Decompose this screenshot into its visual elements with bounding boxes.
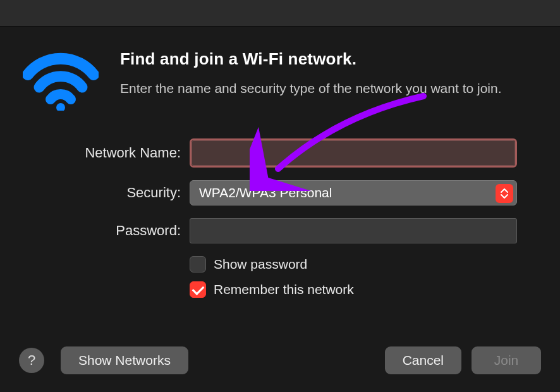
form: Network Name: Security: WPA2/WPA3 Person… [0,138,560,307]
password-label: Password: [0,223,190,239]
security-select[interactable]: WPA2/WPA3 Personal [190,180,517,205]
security-control: WPA2/WPA3 Personal [190,180,517,205]
heading: Find and join a Wi-Fi network. [120,49,522,69]
password-input[interactable] [190,218,517,243]
row-security: Security: WPA2/WPA3 Personal [0,180,560,205]
up-down-chevron-icon [496,184,513,203]
show-password-checkbox[interactable] [190,256,206,273]
show-networks-button[interactable]: Show Networks [61,346,188,374]
wifi-join-sheet: Find and join a Wi-Fi network. Enter the… [0,27,560,392]
cancel-button[interactable]: Cancel [385,346,461,374]
network-name-highlight [190,138,517,168]
network-name-label: Network Name: [0,145,190,161]
password-control [190,218,517,243]
remember-checkbox[interactable] [190,281,206,298]
options-control: Show password Remember this network [190,256,517,307]
svg-point-0 [56,103,65,111]
row-network-name: Network Name: [0,138,560,168]
row-options: Show password Remember this network [0,256,560,307]
remember-label: Remember this network [214,282,354,297]
show-password-row[interactable]: Show password [190,256,517,273]
icon-column [23,49,99,111]
row-password: Password: [0,218,560,243]
subtitle: Enter the name and security type of the … [120,79,522,98]
join-button[interactable]: Join [472,346,541,374]
text-column: Find and join a Wi-Fi network. Enter the… [120,49,522,111]
network-name-input[interactable] [192,140,515,166]
help-button[interactable]: ? [19,348,44,373]
remember-row[interactable]: Remember this network [190,281,517,298]
button-bar: ? Show Networks Cancel Join [0,346,560,374]
window-titlebar [0,0,560,27]
security-label: Security: [0,185,190,201]
show-password-label: Show password [214,257,307,272]
security-selected: WPA2/WPA3 Personal [199,185,332,200]
sheet-content: Find and join a Wi-Fi network. Enter the… [0,27,560,111]
wifi-icon [23,51,99,111]
